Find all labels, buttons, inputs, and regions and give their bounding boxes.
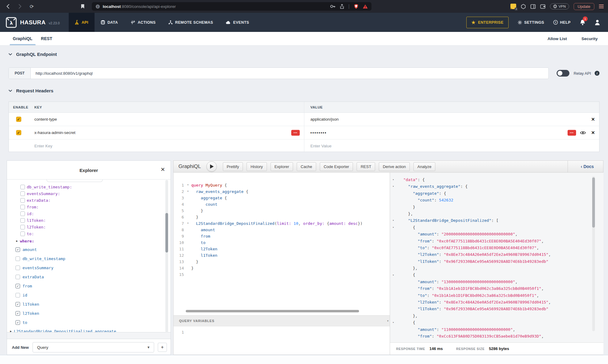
saved-password-key-icon[interactable] <box>330 5 336 8</box>
secret-pill-icon[interactable]: ••• <box>291 130 300 136</box>
fold-icon[interactable]: ▾ <box>187 183 189 186</box>
enterprise-button[interactable]: ★ ENTERPRISE <box>466 17 509 28</box>
back-icon[interactable] <box>5 4 11 9</box>
header-key-input[interactable]: x-hasura-admin-secret ••• <box>28 126 304 139</box>
fold-icon[interactable]: ▾ <box>187 221 189 225</box>
explorer-field-extraData[interactable]: extraData <box>7 272 171 281</box>
help-link[interactable]: ? HELP <box>553 20 571 25</box>
address-bar[interactable]: i localhost:8080/console/api/api-explore… <box>92 2 371 11</box>
reload-icon[interactable]: ⟳ <box>29 4 34 9</box>
leo-ai-icon[interactable] <box>521 4 526 9</box>
response-scrollbar-thumb[interactable] <box>592 177 595 228</box>
toolbar-button-derive-action[interactable]: Derive action <box>379 162 410 171</box>
notes-icon[interactable]: 1 <box>510 4 516 9</box>
graphql-endpoint-heading[interactable]: GraphQL Endpoint <box>9 52 57 57</box>
checkbox-icon[interactable] <box>20 185 25 189</box>
checkbox-icon[interactable] <box>16 266 20 270</box>
explorer-argument-where[interactable]: ▶where: <box>7 237 171 245</box>
checkbox-icon[interactable] <box>16 293 20 297</box>
warning-triangle-icon[interactable] <box>363 4 368 9</box>
checkbox-icon[interactable] <box>20 232 25 236</box>
nav-item-events[interactable]: EVENTS <box>219 13 255 32</box>
remove-header-icon[interactable]: ✕ <box>591 130 595 136</box>
checkbox-icon[interactable] <box>16 256 20 261</box>
nav-item-actions[interactable]: ACTIONS <box>124 13 162 32</box>
toolbar-button-explorer[interactable]: Explorer <box>271 162 293 171</box>
reveal-eye-icon[interactable] <box>580 131 586 135</box>
tab-rest[interactable]: REST <box>37 32 57 45</box>
fold-icon[interactable]: ▾ <box>392 178 394 181</box>
forward-icon[interactable] <box>17 4 22 9</box>
expand-arrow-icon[interactable]: ▶ <box>10 330 12 332</box>
fold-icon[interactable]: ▾ <box>392 226 394 229</box>
enable-checkbox[interactable]: ✓ <box>16 117 21 122</box>
explorer-scrollbar-thumb[interactable] <box>165 213 168 252</box>
checkbox-icon[interactable] <box>20 218 25 223</box>
explorer-argument-extraData[interactable]: extraData: <box>7 197 171 204</box>
explorer-argument-from[interactable]: from: <box>7 204 171 210</box>
secret-pill-icon[interactable]: ••• <box>568 130 576 136</box>
operation-type-select[interactable]: Query ▼ <box>33 342 154 352</box>
query-variables-header[interactable]: QUERY VARIABLES ▾ <box>174 315 390 326</box>
checkbox-icon[interactable]: ✓ <box>16 284 20 288</box>
checkbox-icon[interactable] <box>16 275 20 279</box>
endpoint-url-input[interactable]: http://localhost:8080/v1/graphql <box>31 68 93 79</box>
nav-item-data[interactable]: DATA <box>95 13 124 32</box>
header-key-input[interactable]: content-type <box>28 113 304 126</box>
header-value-input[interactable]: •••••••• ••• ✕ <box>304 126 599 139</box>
explorer-field-amount[interactable]: ✓amount <box>7 245 171 254</box>
fold-icon[interactable]: ▾ <box>392 273 394 276</box>
site-info-icon[interactable]: i <box>95 4 100 9</box>
header-value-input[interactable]: application/json ✕ <box>304 113 599 126</box>
checkbox-icon[interactable] <box>20 225 25 229</box>
request-headers-heading[interactable]: Request Headers <box>9 88 54 93</box>
toolbar-button-history[interactable]: History <box>247 162 267 171</box>
notifications-bell[interactable]: 1 <box>580 19 586 26</box>
vpn-button[interactable]: VPN <box>550 3 569 9</box>
explorer-argument-db_write_timestamp[interactable]: db_write_timestamp: <box>7 184 171 190</box>
fold-icon[interactable]: ▾ <box>392 219 394 222</box>
nav-item-api[interactable]: API <box>69 13 95 32</box>
execute-query-button[interactable] <box>206 161 217 172</box>
checkbox-icon[interactable]: ✓ <box>16 311 20 316</box>
explorer-field-id[interactable]: id <box>7 290 171 300</box>
explorer-field-db_write_timestamp[interactable]: db_write_timestamp <box>7 254 171 263</box>
update-button[interactable]: Update <box>574 3 594 10</box>
query-variables-editor[interactable]: 1 <box>174 326 390 355</box>
docs-link[interactable]: ‹ Docs <box>572 164 603 169</box>
toolbar-button-analyze[interactable]: Analyze <box>413 162 435 171</box>
remove-header-icon[interactable]: ✕ <box>591 117 595 122</box>
security-link[interactable]: Security <box>582 36 598 41</box>
enable-checkbox[interactable]: ✓ <box>16 130 21 135</box>
query-editor[interactable]: 1▾2▾34567▾89101112131415 query MyQuery {… <box>173 173 390 355</box>
toolbar-button-cache[interactable]: Cache <box>297 162 316 171</box>
query-code-area[interactable]: 1▾2▾34567▾89101112131415 query MyQuery {… <box>174 173 390 315</box>
browser-menu-icon[interactable] <box>599 4 604 9</box>
close-icon[interactable]: ✕ <box>161 166 165 173</box>
allow-list-link[interactable]: Allow List <box>548 36 567 41</box>
explorer-argument-id[interactable]: id: <box>7 210 171 217</box>
checkbox-icon[interactable] <box>20 211 25 216</box>
nav-item-remote-schemas[interactable]: REMOTE SCHEMAS <box>162 13 219 32</box>
explorer-argument-l1Token[interactable]: l1Token: <box>7 217 171 224</box>
toolbar-button-code-exporter[interactable]: Code Exporter <box>320 162 353 171</box>
explorer-field-from[interactable]: ✓from <box>7 281 171 290</box>
checkbox-icon[interactable]: ✓ <box>16 320 20 325</box>
checkbox-icon[interactable] <box>20 191 25 196</box>
fold-icon[interactable]: ▾ <box>187 190 189 193</box>
user-avatar-icon[interactable] <box>595 19 600 26</box>
new-header-key-input[interactable]: Enter Key <box>28 139 304 152</box>
wallet-icon[interactable] <box>540 4 545 9</box>
bookmark-icon[interactable] <box>80 4 85 9</box>
brave-shield-icon[interactable] <box>354 4 358 9</box>
toolbar-button-prettify[interactable]: Prettify <box>223 162 243 171</box>
checkbox-icon[interactable]: ✓ <box>16 302 20 307</box>
hasura-logo[interactable]: λ HASURA v2.23.0 <box>0 13 60 32</box>
expand-arrow-icon[interactable]: ▶ <box>16 239 18 242</box>
explorer-field-eventsSummary[interactable]: eventsSummary <box>7 263 171 272</box>
explorer-scrollbar-track[interactable] <box>165 180 168 332</box>
fold-icon[interactable]: ▾ <box>392 321 394 324</box>
explorer-field-to[interactable]: ✓to <box>7 318 171 327</box>
horizontal-scrollbar-thumb[interactable] <box>186 310 359 312</box>
tab-graphiql[interactable]: GraphiQL <box>9 32 37 45</box>
